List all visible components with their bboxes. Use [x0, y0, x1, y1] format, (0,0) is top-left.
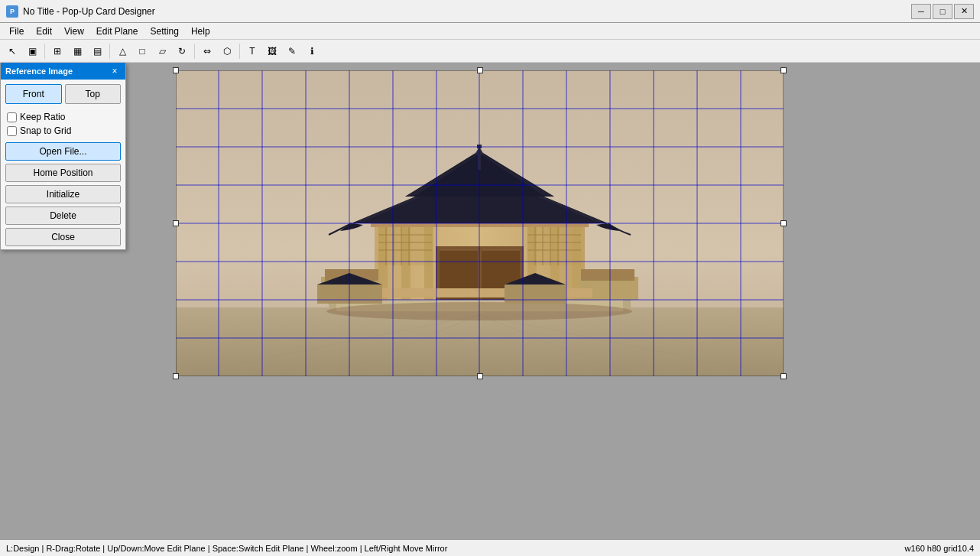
status-text-right: w160 h80 grid10.4	[904, 544, 974, 553]
svg-rect-53	[317, 285, 382, 304]
menu-item-help[interactable]: Help	[185, 24, 216, 38]
app-icon: P	[6, 5, 18, 18]
image-props[interactable]: ℹ	[303, 42, 321, 60]
checkboxes-container: Keep Ratio Snap to Grid	[1, 109, 125, 139]
mirror-tool[interactable]: ⇔	[198, 42, 216, 60]
action-buttons-container: Open File... Home Position Initialize De…	[1, 139, 125, 249]
close-window-button[interactable]: ✕	[954, 4, 974, 19]
svg-point-50	[326, 302, 632, 320]
menu-item-file[interactable]: File	[3, 24, 30, 38]
minimize-button[interactable]: ─	[911, 4, 931, 19]
snap-to-grid-checkbox[interactable]	[7, 126, 17, 136]
reference-image-panel: Reference Image × Front Top Keep Ratio S…	[0, 63, 126, 250]
temple-svg	[176, 70, 784, 376]
snap-to-grid-label[interactable]: Snap to Grid	[7, 125, 119, 136]
close-button[interactable]: Close	[5, 228, 121, 246]
menu-item-edit plane[interactable]: Edit Plane	[90, 24, 144, 38]
image-import[interactable]: 🖼	[263, 42, 281, 60]
handle-bottom-right[interactable]	[780, 373, 787, 379]
front-view[interactable]: ▦	[68, 42, 86, 60]
canvas-area[interactable]	[0, 63, 980, 539]
rotate-tool[interactable]: ↻	[173, 42, 191, 60]
toolbar-separator-5	[109, 44, 110, 59]
svg-rect-51	[505, 285, 566, 304]
svg-rect-25	[581, 269, 634, 281]
reference-image-container[interactable]	[176, 70, 784, 376]
toolbar-separator-2	[44, 44, 45, 59]
top-view[interactable]: ▤	[88, 42, 106, 60]
handle-middle-right[interactable]	[780, 220, 787, 226]
open-file-button[interactable]: Open File...	[5, 142, 121, 161]
handle-top-left[interactable]	[173, 67, 179, 73]
svg-rect-33	[477, 145, 482, 148]
rect-tool[interactable]: □	[133, 42, 151, 60]
delete-button[interactable]: Delete	[5, 206, 121, 225]
title-bar: P No Title - Pop-Up Card Designer ─ □ ✕	[0, 0, 980, 23]
top-view-button[interactable]: Top	[65, 84, 122, 104]
menu-item-view[interactable]: View	[58, 24, 90, 38]
snap-to-grid-text: Snap to Grid	[20, 125, 71, 136]
triangle-tool[interactable]: △	[113, 42, 131, 60]
handle-top-center[interactable]	[477, 67, 483, 73]
image-edit[interactable]: ✎	[283, 42, 301, 60]
menu-bar: FileEditViewEdit PlaneSettingHelp	[0, 23, 980, 40]
toolbar-separator-9	[194, 44, 195, 59]
handle-bottom-center[interactable]	[477, 373, 483, 379]
front-view-button[interactable]: Front	[5, 84, 62, 104]
ungroup-tool[interactable]: ⊞	[48, 42, 67, 60]
select-tool[interactable]: ↖	[3, 42, 21, 60]
keep-ratio-label[interactable]: Keep Ratio	[7, 112, 119, 122]
status-text-left: L:Design | R-Drag:Rotate | Up/Down:Move …	[6, 544, 447, 553]
initialize-button[interactable]: Initialize	[5, 185, 121, 203]
angled-rect[interactable]: ▱	[153, 42, 171, 60]
handle-top-right[interactable]	[780, 67, 787, 73]
keep-ratio-text: Keep Ratio	[20, 112, 65, 122]
handle-middle-left[interactable]	[173, 220, 179, 226]
reference-image-display	[176, 70, 784, 376]
keep-ratio-checkbox[interactable]	[7, 112, 17, 122]
status-bar: L:Design | R-Drag:Rotate | Up/Down:Move …	[0, 539, 980, 556]
panel-title: Reference Image	[5, 67, 73, 76]
home-position-button[interactable]: Home Position	[5, 164, 121, 182]
toolbar-separator-11	[239, 44, 240, 59]
menu-item-edit[interactable]: Edit	[30, 24, 58, 38]
menu-item-setting[interactable]: Setting	[144, 24, 185, 38]
group-tool[interactable]: ▣	[23, 42, 41, 60]
maximize-button[interactable]: □	[933, 4, 952, 19]
title-controls: ─ □ ✕	[911, 4, 974, 19]
main-content: Reference Image × Front Top Keep Ratio S…	[0, 63, 980, 539]
title-text: No Title - Pop-Up Card Designer	[23, 6, 155, 17]
panel-header: Reference Image ×	[1, 63, 125, 80]
text-tool[interactable]: T	[243, 42, 261, 60]
extrude-tool[interactable]: ⬡	[218, 42, 236, 60]
view-buttons-row: Front Top	[1, 80, 125, 109]
panel-close-button[interactable]: ×	[109, 65, 121, 77]
handle-bottom-left[interactable]	[173, 373, 179, 379]
toolbar: ↖▣⊞▦▤△□▱↻⇔⬡T🖼✎ℹ	[0, 40, 980, 63]
title-left: P No Title - Pop-Up Card Designer	[6, 5, 155, 18]
